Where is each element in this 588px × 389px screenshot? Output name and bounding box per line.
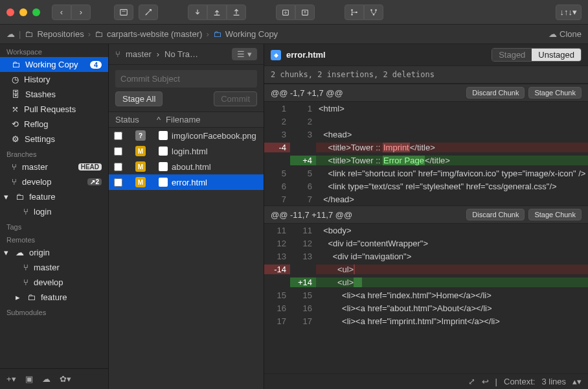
breadcrumb-repo[interactable]: carparts-website (master)	[107, 29, 202, 39]
diff-line[interactable]: 1616 <li><a href="about.html">About</a><…	[264, 301, 588, 314]
diff-line[interactable]: 11<html>	[264, 102, 588, 115]
stage-chunk-button[interactable]: Stage Chunk	[528, 209, 582, 220]
quickopen-button[interactable]	[114, 5, 133, 20]
breadcrumb-working-copy[interactable]: Working Copy	[225, 29, 278, 39]
remote-item-feature[interactable]: ▸🗀feature	[0, 290, 108, 305]
sidebar-item-pull-requests[interactable]: ⤱Pull Requests	[0, 102, 108, 117]
old-line-number: -14	[264, 265, 290, 274]
branch-item-feature[interactable]: ▾🗀feature	[0, 189, 108, 204]
sidebar-item-stashes[interactable]: 🗄Stashes	[0, 87, 108, 102]
file-list-header: Status ^ Filename	[109, 112, 264, 128]
context-value[interactable]: 3 lines	[541, 377, 566, 386]
diff-line[interactable]: -4 <title>Tower :: Imprint</title>	[264, 141, 588, 154]
remote-icon: ☁	[16, 248, 24, 257]
new-line-number: 11	[290, 226, 316, 235]
branch-item-develop[interactable]: ⑂develop↗2	[0, 174, 108, 189]
diff-line[interactable]: +4 <title>Tower :: Error Page</title>	[264, 154, 588, 167]
discard-chunk-button[interactable]: Discard Chunk	[466, 209, 525, 220]
stage-checkbox[interactable]	[114, 178, 122, 187]
rebase-button[interactable]	[364, 5, 383, 20]
old-line-number: 7	[264, 194, 290, 204]
terminal-button[interactable]: ▣	[25, 374, 33, 384]
sidebar-item-label: Reflog	[24, 119, 49, 129]
remote-item-origin[interactable]: ▾☁origin	[0, 245, 108, 260]
branch-label: master	[22, 162, 48, 172]
gitflow-button[interactable]: ↓↑↓ ▾	[556, 5, 582, 20]
ahead-badge: ↗2	[87, 178, 102, 185]
breadcrumb-repositories[interactable]: Repositories	[37, 29, 84, 39]
cloud-sync-button[interactable]: ☁	[42, 374, 51, 384]
diff-line[interactable]: 1313 <div id="navigation">	[264, 250, 588, 263]
file-row[interactable]: Merror.html	[109, 174, 264, 190]
file-icon	[159, 147, 168, 156]
sidebar-item-reflog[interactable]: ⟲Reflog	[0, 117, 108, 132]
seg-staged[interactable]: Staged	[492, 49, 532, 61]
code-content: <body>	[316, 226, 588, 235]
file-row[interactable]: ?img/iconFacebook.png	[109, 128, 264, 143]
diff-line[interactable]: 22	[264, 115, 588, 128]
remote-item-master[interactable]: ⑂master	[0, 260, 108, 275]
tracking-branch[interactable]: No Tra…	[164, 49, 198, 59]
col-filename[interactable]: Filename	[166, 115, 200, 124]
branch-label: feature	[29, 192, 55, 202]
diff-line[interactable]: 1717 <li><a href="imprint.html">Imprint<…	[264, 314, 588, 327]
hunk-header: @@ -11,7 +11,7 @@Discard ChunkStage Chun…	[264, 206, 588, 224]
add-button[interactable]: +▾	[6, 374, 16, 384]
new-line-number: 1	[290, 104, 316, 113]
file-row[interactable]: Mlogin.html	[109, 143, 264, 159]
settings-button[interactable]: ✿▾	[60, 374, 71, 384]
branch-icon: ⑂	[23, 207, 28, 217]
file-icon	[159, 131, 168, 140]
pull-button[interactable]	[207, 5, 227, 20]
close-window-button[interactable]	[6, 8, 14, 16]
diff-line[interactable]: -14 <ul>	[264, 263, 588, 276]
current-branch[interactable]: master	[126, 49, 152, 59]
discard-chunk-button[interactable]: Discard Chunk	[466, 87, 525, 99]
sidebar-item-label: Stashes	[25, 89, 56, 99]
diff-line[interactable]: +14 <ul>	[264, 276, 588, 289]
sidebar-item-working-copy[interactable]: 🗀Working Copy4	[0, 57, 108, 72]
filename: login.html	[172, 147, 208, 156]
branch-item-login[interactable]: ⑂login	[0, 204, 108, 219]
stash-button[interactable]	[276, 5, 295, 20]
clone-button[interactable]: ☁ Clone	[548, 29, 582, 39]
stage-checkbox[interactable]	[114, 132, 122, 140]
wrap-icon[interactable]: ↩	[482, 377, 489, 386]
diff-line[interactable]: 66 <link type="text/css" rel="stylesheet…	[264, 180, 588, 193]
col-status[interactable]: Status	[115, 115, 152, 124]
diff-line[interactable]: 1515 <li><a href="index.html">Home</a></…	[264, 289, 588, 301]
back-button[interactable]: ‹	[52, 5, 71, 20]
stage-all-button[interactable]: Stage All	[115, 91, 163, 106]
stage-checkbox[interactable]	[114, 163, 122, 171]
diff-line[interactable]: 1212 <div id="contentWrapper">	[264, 237, 588, 250]
fetch-button[interactable]	[188, 5, 207, 20]
expand-icon[interactable]: ⤢	[468, 377, 475, 386]
commit-button[interactable]: Commit	[214, 91, 257, 106]
diff-line[interactable]: 1111 <body>	[264, 224, 588, 237]
window-controls	[6, 8, 40, 16]
remote-item-develop[interactable]: ⑂develop	[0, 275, 108, 290]
minimize-window-button[interactable]	[19, 8, 27, 16]
push-button[interactable]	[227, 5, 246, 20]
stage-checkbox[interactable]	[114, 147, 122, 156]
old-line-number: 2	[264, 117, 290, 126]
zoom-window-button[interactable]	[32, 8, 40, 16]
sidebar-item-history[interactable]: ◷History	[0, 72, 108, 87]
list-options-button[interactable]: ☰ ▾	[232, 48, 257, 60]
diff-line[interactable]: 55 <link rel="shortcut icon" href="img/f…	[264, 167, 588, 180]
sidebar-item-settings[interactable]: ⚙Settings	[0, 132, 108, 147]
branch-item-master[interactable]: ⑂masterHEAD	[0, 159, 108, 174]
diff-line[interactable]: 77 </head>	[264, 193, 588, 206]
quickactions-button[interactable]	[139, 5, 158, 20]
commit-subject-input[interactable]	[115, 70, 257, 88]
merge-button[interactable]	[345, 5, 364, 20]
diff-line[interactable]: 33 <head>	[264, 128, 588, 141]
forward-button[interactable]: ›	[71, 5, 91, 20]
stage-chunk-button[interactable]: Stage Chunk	[528, 87, 582, 99]
sidebar-item-label: Pull Requests	[24, 104, 76, 114]
filename: error.html	[172, 178, 207, 187]
stepper-icon[interactable]: ▴▾	[572, 377, 582, 386]
file-row[interactable]: Mabout.html	[109, 159, 264, 174]
seg-unstaged[interactable]: Unstaged	[532, 49, 581, 61]
apply-stash-button[interactable]	[295, 5, 315, 20]
